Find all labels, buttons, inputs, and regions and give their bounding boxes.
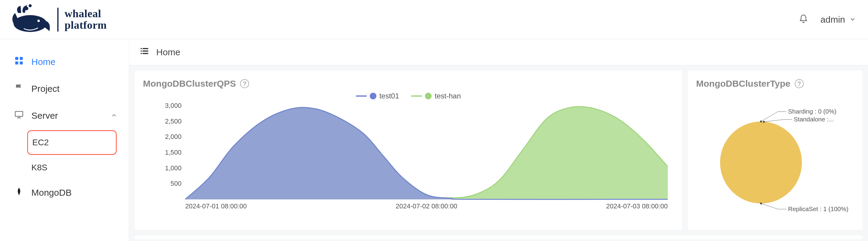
monitor-icon [14, 110, 24, 121]
svg-text:2,000: 2,000 [165, 133, 182, 140]
svg-point-30 [763, 121, 765, 123]
svg-rect-14 [143, 50, 148, 52]
svg-text:2024-07-03 08:00:00: 2024-07-03 08:00:00 [606, 202, 668, 210]
card-title-label: MongoDBClusterQPS [143, 79, 236, 89]
legend-swatch [411, 96, 422, 97]
brand-text: whaleal platform [65, 8, 107, 31]
sidebar-item-project[interactable]: Project [0, 75, 129, 102]
svg-text:1,000: 1,000 [165, 164, 182, 172]
user-menu[interactable]: admin [820, 15, 856, 25]
svg-rect-13 [141, 50, 142, 52]
sidebar-item-label: Home [31, 57, 56, 67]
chevron-down-icon [849, 15, 856, 25]
sidebar-subgroup-server: EC2 K8S [0, 130, 129, 179]
sidebar: Home Project Server EC2 K8S [0, 39, 129, 241]
main: Home MongoDBClusterQPS ? test01 [129, 39, 868, 241]
brand-divider [57, 7, 59, 32]
svg-rect-11 [141, 48, 142, 49]
grid-icon [14, 56, 24, 68]
chart-qps-svg: 5001,0001,5002,0002,5003,0002024-07-01 0… [143, 103, 674, 214]
svg-rect-5 [20, 57, 23, 60]
chart-cluster-type: Sharding : 0 (0%)Standalone :...ReplicaS… [696, 92, 854, 225]
svg-rect-8 [16, 111, 23, 116]
card-title-label: MongoDBClusterType [696, 79, 790, 89]
svg-text:2,500: 2,500 [165, 117, 182, 125]
sidebar-item-ec2[interactable]: EC2 [27, 130, 117, 155]
brand-block: whaleal platform [9, 4, 107, 35]
list-icon[interactable] [140, 47, 149, 58]
top-bar: whaleal platform admin [0, 0, 868, 39]
svg-text:ReplicaSet : 1 (100%): ReplicaSet : 1 (100%) [788, 205, 848, 212]
legend-dot-icon [370, 93, 376, 99]
help-icon[interactable]: ? [795, 79, 804, 88]
svg-point-2 [29, 4, 32, 7]
legend-label: test01 [379, 92, 399, 100]
breadcrumb-label: Home [156, 47, 180, 57]
chart-legend: test01 test-han [143, 92, 674, 100]
svg-point-28 [760, 121, 762, 123]
chart-qps: test01 test-han 5001,0001,5002,0002,5003… [143, 92, 674, 225]
sidebar-item-k8s[interactable]: K8S [0, 156, 129, 179]
breadcrumb: Home [129, 39, 868, 65]
legend-swatch [356, 96, 367, 97]
card-stub [134, 236, 863, 239]
card-title-qps: MongoDBClusterQPS ? [143, 79, 674, 89]
user-name-label: admin [820, 15, 845, 25]
svg-point-27 [720, 122, 802, 203]
bell-icon[interactable] [799, 14, 808, 25]
legend-item-test-han[interactable]: test-han [411, 92, 461, 100]
brand-line2: platform [65, 20, 107, 31]
svg-rect-6 [16, 62, 19, 64]
legend-label: test-han [435, 92, 461, 100]
svg-rect-4 [16, 57, 19, 60]
svg-rect-16 [143, 53, 148, 54]
sidebar-item-mongodb[interactable]: MongoDB [0, 179, 129, 206]
card-title-type: MongoDBClusterType ? [696, 79, 854, 89]
legend-dot-icon [425, 93, 432, 99]
svg-text:500: 500 [170, 180, 182, 187]
whale-logo-icon [9, 4, 51, 35]
svg-point-1 [25, 7, 28, 10]
svg-text:1,500: 1,500 [165, 149, 182, 156]
sidebar-item-label: MongoDB [31, 188, 71, 198]
svg-point-0 [13, 15, 47, 32]
svg-text:2024-07-02 08:00:00: 2024-07-02 08:00:00 [396, 202, 457, 210]
svg-text:3,000: 3,000 [165, 103, 182, 109]
svg-rect-7 [20, 62, 23, 64]
svg-text:Standalone :...: Standalone :... [794, 116, 834, 123]
leaf-icon [14, 187, 24, 198]
help-icon[interactable]: ? [240, 79, 249, 88]
svg-rect-15 [141, 53, 142, 54]
user-block: admin [799, 14, 856, 25]
brand-line1: whaleal [65, 8, 107, 20]
chart-pie-svg: Sharding : 0 (0%)Standalone :...ReplicaS… [696, 99, 854, 217]
card-stub-row [129, 236, 868, 241]
sidebar-item-label: Server [31, 110, 58, 121]
svg-rect-12 [143, 48, 148, 49]
sidebar-item-label: Project [31, 84, 59, 94]
sidebar-item-label: K8S [31, 163, 48, 172]
svg-text:Sharding : 0 (0%): Sharding : 0 (0%) [788, 108, 836, 115]
svg-text:2024-07-01 08:00:00: 2024-07-01 08:00:00 [185, 202, 247, 210]
svg-point-3 [37, 20, 40, 22]
chevron-up-icon [111, 110, 117, 121]
flag-icon [14, 83, 24, 94]
sidebar-item-home[interactable]: Home [0, 48, 129, 75]
svg-point-32 [760, 202, 762, 205]
card-qps: MongoDBClusterQPS ? test01 test-ha [134, 71, 682, 230]
sidebar-item-label: EC2 [32, 138, 49, 147]
sidebar-item-server[interactable]: Server [0, 102, 129, 129]
card-cluster-type: MongoDBClusterType ? Sharding : 0 (0%)St… [688, 71, 863, 230]
legend-item-test01[interactable]: test01 [356, 92, 399, 100]
